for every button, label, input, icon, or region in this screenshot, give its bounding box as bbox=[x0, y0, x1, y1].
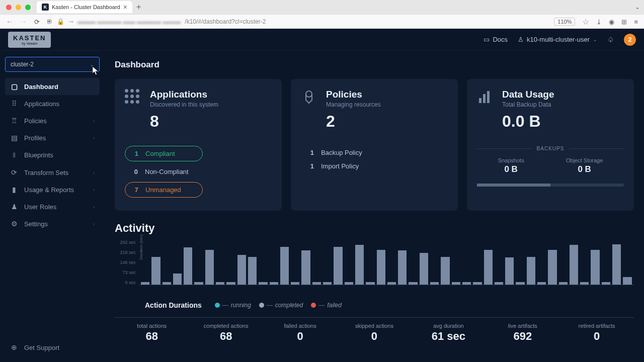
download-icon[interactable]: ⤓ bbox=[596, 18, 602, 26]
chart-bar[interactable] bbox=[301, 250, 310, 285]
sidebar-item-transform-sets[interactable]: ⟳Transform Sets› bbox=[5, 164, 100, 181]
chart-bar[interactable] bbox=[259, 282, 267, 285]
chart-bar[interactable] bbox=[580, 282, 589, 285]
policy-row[interactable]: 1Backup Policy bbox=[301, 146, 448, 159]
chart-bar[interactable] bbox=[612, 244, 621, 285]
menu-icon[interactable]: ≡ bbox=[634, 18, 638, 26]
chart-bar[interactable] bbox=[473, 282, 481, 285]
sidebar-item-dashboard[interactable]: ▢Dashboard bbox=[5, 78, 100, 95]
chart-bar[interactable] bbox=[420, 253, 428, 285]
sidebar-item-applications[interactable]: ⠿Applications bbox=[5, 95, 100, 112]
chart-bar[interactable] bbox=[548, 250, 556, 285]
chart-bar[interactable] bbox=[334, 247, 342, 285]
chart-bar[interactable] bbox=[312, 282, 321, 285]
chart-bar[interactable] bbox=[559, 282, 568, 285]
sidebar-item-usage-reports[interactable]: ▮Usage & Reports› bbox=[5, 181, 100, 198]
data-usage-card[interactable]: Data Usage Total Backup Data 0.0 B BACKU… bbox=[467, 79, 634, 211]
chart-bar[interactable] bbox=[237, 255, 246, 285]
chart-bar[interactable] bbox=[184, 247, 192, 285]
chart-bar[interactable] bbox=[323, 282, 332, 285]
forward-button[interactable]: → bbox=[20, 18, 27, 26]
chart-bar[interactable] bbox=[141, 282, 149, 285]
logo[interactable]: KASTEN by Veeam bbox=[8, 32, 51, 48]
applications-card[interactable]: Applications Discovered in this system 8… bbox=[115, 79, 282, 211]
close-window-icon[interactable] bbox=[6, 5, 12, 10]
status-compliant[interactable]: 1Compliant bbox=[125, 146, 203, 161]
extensions-icon[interactable]: ⊞ bbox=[621, 18, 627, 26]
usage-icon bbox=[477, 89, 493, 109]
stat-avg-duration: avg duration61 sec bbox=[412, 323, 486, 343]
chart-bar[interactable] bbox=[462, 282, 471, 285]
sidebar-item-profiles[interactable]: ▤Profiles› bbox=[5, 129, 100, 146]
new-tab-button[interactable]: + bbox=[136, 3, 141, 12]
back-button[interactable]: ← bbox=[6, 18, 13, 26]
docs-link[interactable]: ▭ Docs bbox=[484, 36, 508, 43]
chart-bar[interactable] bbox=[163, 282, 171, 285]
chart-bar[interactable] bbox=[151, 257, 160, 285]
minimize-window-icon[interactable] bbox=[16, 5, 21, 10]
window-controls[interactable] bbox=[6, 5, 31, 10]
status-noncompliant[interactable]: 0Non-Compliant bbox=[125, 164, 203, 179]
blueprint-icon: ⫴ bbox=[10, 151, 18, 159]
sidebar-item-settings[interactable]: ⚙Settings› bbox=[5, 215, 100, 232]
chart-bar[interactable] bbox=[570, 245, 578, 285]
get-support-link[interactable]: ⊕ Get Support bbox=[5, 339, 100, 356]
url-box[interactable]: ⛨ 🔒 ⊸ ▬▬▬ ▬▬▬▬ ▬▬ ▬▬▬▬ ▬▬▬ /k10/#/dashbo… bbox=[47, 18, 547, 25]
chart-bar[interactable] bbox=[505, 257, 514, 285]
chart-bar[interactable] bbox=[602, 282, 610, 285]
chart-bar[interactable] bbox=[591, 250, 599, 285]
browser-tab[interactable]: K Kasten - Cluster Dashboard × bbox=[37, 1, 132, 13]
bell-icon[interactable]: ♤ bbox=[607, 35, 614, 44]
chart-bar[interactable] bbox=[270, 282, 278, 285]
sidebar-item-policies[interactable]: ♖Policies› bbox=[5, 112, 100, 129]
chart-bar[interactable] bbox=[377, 250, 385, 285]
chart-bar[interactable] bbox=[355, 245, 364, 285]
notification-badge[interactable]: 2 bbox=[624, 34, 636, 46]
chevron-right-icon: › bbox=[93, 135, 95, 141]
chart-bar[interactable] bbox=[216, 282, 224, 285]
sidebar-item-blueprints[interactable]: ⫴Blueprints bbox=[5, 146, 100, 164]
chart-bar[interactable] bbox=[345, 282, 353, 285]
chart-bar[interactable] bbox=[516, 282, 524, 285]
chart-bar[interactable] bbox=[173, 274, 182, 285]
object-storage-stat: Object Storage 0 B bbox=[566, 157, 603, 174]
chart-bar[interactable] bbox=[205, 250, 214, 285]
chart-bar[interactable] bbox=[387, 282, 396, 285]
extension-icon[interactable]: ◉ bbox=[609, 18, 614, 26]
y-axis-label: Duration (sec) bbox=[139, 234, 143, 259]
policies-card[interactable]: Policies Managing resources 2 1Backup Po… bbox=[291, 79, 458, 211]
support-icon: ⊕ bbox=[10, 343, 18, 351]
tabs-dropdown-icon[interactable]: ⌄ bbox=[635, 4, 640, 11]
chart-bar[interactable] bbox=[398, 250, 407, 285]
reload-button[interactable]: ⟳ bbox=[34, 18, 40, 26]
status-unmanaged[interactable]: 7Unmanaged bbox=[125, 182, 203, 198]
chart-bar[interactable] bbox=[366, 282, 374, 285]
bookmark-icon[interactable]: ☆ bbox=[582, 17, 589, 27]
chart-bar[interactable] bbox=[527, 257, 535, 285]
chart-bar[interactable] bbox=[623, 277, 631, 285]
chart-bar[interactable] bbox=[226, 282, 235, 285]
chart-bar[interactable] bbox=[194, 282, 203, 285]
chart-bar[interactable] bbox=[537, 282, 546, 285]
chevron-right-icon: › bbox=[93, 221, 95, 227]
stat-failed-actions: failed actions0 bbox=[263, 323, 337, 343]
chart-bar[interactable] bbox=[280, 247, 289, 285]
maximize-window-icon[interactable] bbox=[25, 5, 31, 10]
chart-bar[interactable] bbox=[291, 282, 299, 285]
chart-bar[interactable] bbox=[452, 282, 460, 285]
cluster-selector[interactable]: cluster-2 ⌄ bbox=[5, 57, 100, 72]
chart-bar[interactable] bbox=[430, 282, 439, 285]
sidebar-item-user-roles[interactable]: ♟User Roles› bbox=[5, 198, 100, 215]
policy-row[interactable]: 1Import Policy bbox=[301, 159, 448, 173]
chart-bar[interactable] bbox=[409, 282, 417, 285]
chart-bar[interactable] bbox=[495, 282, 503, 285]
zoom-level[interactable]: 110% bbox=[554, 18, 575, 26]
chart-bar[interactable] bbox=[248, 257, 257, 285]
chart-bar[interactable] bbox=[441, 257, 449, 285]
close-tab-icon[interactable]: × bbox=[123, 3, 127, 11]
user-menu[interactable]: ♙ k10-multi-cluster-user ⌄ bbox=[518, 36, 597, 43]
profile-icon: ▤ bbox=[10, 134, 18, 142]
chart-bar[interactable] bbox=[484, 250, 493, 285]
main-content: Dashboard Applications Discovered in thi… bbox=[105, 51, 644, 362]
stats-row: total actions68completed actions68failed… bbox=[115, 317, 634, 343]
